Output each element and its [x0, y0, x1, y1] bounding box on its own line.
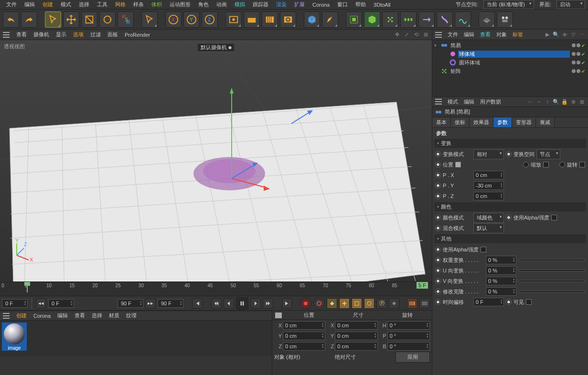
- timeline-dope-button[interactable]: [407, 298, 417, 309]
- menu-spline[interactable]: 样条: [130, 0, 147, 9]
- attr-up-icon[interactable]: ↑: [544, 98, 551, 105]
- rotation-checkbox[interactable]: [579, 162, 585, 167]
- nodespace-dropdown[interactable]: 当前 (标准/物理): [483, 0, 534, 9]
- object-tree[interactable]: ▾ 简易 ✔ 球体域 ✔ 圆环体域 ✔ 矩阵 ✔: [432, 40, 588, 96]
- enable-check-icon[interactable]: ✔: [581, 52, 585, 57]
- attr-burger-icon[interactable]: [435, 99, 442, 104]
- key-pos-button[interactable]: [339, 298, 350, 309]
- clone-radio[interactable]: [435, 289, 441, 294]
- time-radio[interactable]: [435, 299, 441, 305]
- render-pv-button[interactable]: [244, 11, 260, 28]
- object-row[interactable]: ▾ 简易 ✔: [432, 41, 588, 50]
- render-dot[interactable]: [577, 52, 580, 56]
- material-item[interactable]: image: [2, 323, 27, 351]
- menu-mesh[interactable]: 网格: [112, 0, 129, 9]
- floor-button[interactable]: [479, 11, 495, 28]
- cloner-button[interactable]: [382, 11, 398, 28]
- attr-max-icon[interactable]: ⊞: [578, 98, 585, 105]
- coord-rot-field[interactable]: 0 °▴▾: [387, 332, 430, 340]
- u-radio[interactable]: [435, 268, 441, 273]
- range-end-icon[interactable]: ▸▸: [145, 298, 156, 309]
- coord-size-field[interactable]: 0 cm▴▾: [335, 332, 377, 340]
- object-name[interactable]: 球体域: [458, 51, 570, 58]
- render-view-button[interactable]: [225, 11, 242, 28]
- coord-pos-field[interactable]: 0 cm▴▾: [283, 332, 325, 340]
- enable-check-icon[interactable]: ✔: [581, 69, 585, 74]
- viewport-burger-icon[interactable]: [3, 32, 10, 38]
- object-name[interactable]: 圆环体域: [458, 59, 570, 66]
- prev-frame-button[interactable]: [224, 298, 234, 309]
- move-tool[interactable]: [63, 11, 79, 28]
- render-dot[interactable]: [577, 43, 580, 47]
- attr-tab-deformer[interactable]: 变形器: [512, 117, 536, 127]
- perspective-viewport[interactable]: 透视视图 默认摄像机: [0, 40, 432, 281]
- alpha-checkbox[interactable]: [551, 215, 557, 220]
- mat-menu-edit[interactable]: 编辑: [57, 312, 68, 319]
- v-field[interactable]: 0 %▴▾: [486, 277, 516, 285]
- coord-rot-field[interactable]: 0 °▴▾: [387, 342, 430, 351]
- key-pla-button[interactable]: [389, 298, 399, 309]
- om-more-icon[interactable]: ⋯: [578, 31, 585, 38]
- v-radio[interactable]: [435, 278, 441, 284]
- mat-menu-texture[interactable]: 纹理: [126, 312, 137, 319]
- visibility-dot[interactable]: [572, 69, 576, 73]
- object-name[interactable]: 简易: [449, 42, 570, 49]
- field-button[interactable]: [418, 11, 435, 28]
- attr-tab-basic[interactable]: 基本: [432, 117, 451, 127]
- om-burger-icon[interactable]: [435, 32, 442, 38]
- clone-slider[interactable]: [518, 291, 585, 292]
- coord-pos-field[interactable]: 0 cm▴▾: [283, 321, 325, 330]
- menu-simulate[interactable]: 模拟: [231, 0, 248, 9]
- visible-radio[interactable]: [506, 299, 512, 305]
- coord-size-field[interactable]: 0 cm▴▾: [335, 342, 377, 351]
- menu-extensions[interactable]: 扩展: [291, 0, 308, 9]
- om-eye-icon[interactable]: 👁: [561, 31, 568, 38]
- record-button[interactable]: [300, 298, 311, 309]
- attr-lock-icon[interactable]: 🔒: [561, 98, 568, 105]
- attr-find-icon[interactable]: 🔍: [553, 98, 559, 105]
- render-dot[interactable]: [577, 69, 580, 73]
- playhead[interactable]: [27, 282, 28, 292]
- om-search-icon[interactable]: 🔍: [553, 31, 559, 38]
- section-color[interactable]: 颜色: [434, 202, 586, 211]
- om-filter-icon[interactable]: ▽: [570, 31, 577, 38]
- om-nav-icon[interactable]: ▶: [544, 31, 551, 38]
- key-rot-button[interactable]: [364, 298, 374, 309]
- coord-rot-field[interactable]: 0 °▴▾: [387, 321, 430, 330]
- goto-end-button[interactable]: [282, 298, 292, 309]
- vp-max-icon[interactable]: ⊞: [422, 31, 429, 38]
- render-settings-button[interactable]: [280, 11, 296, 28]
- psr-tool[interactable]: PSR: [118, 11, 134, 28]
- vp-menu-view[interactable]: 查看: [16, 31, 27, 38]
- coord-mode-dropdown[interactable]: 对象 (相对): [274, 354, 334, 361]
- visibility-dot[interactable]: [572, 52, 576, 56]
- coord-size-mode-dropdown[interactable]: 绝对尺寸: [335, 354, 395, 361]
- menu-character[interactable]: 角色: [195, 0, 212, 9]
- menu-3dtoall[interactable]: 3DtoAll: [370, 1, 394, 9]
- vp-orbit-icon[interactable]: ⟲: [413, 31, 419, 38]
- menu-render[interactable]: 渲染: [273, 0, 290, 9]
- menu-file[interactable]: 文件: [3, 0, 20, 9]
- key-scale-button[interactable]: [352, 298, 362, 309]
- visible-checkbox[interactable]: [526, 299, 532, 305]
- expand-icon[interactable]: ▾: [434, 43, 439, 48]
- timeline-fcurve-button[interactable]: [419, 298, 430, 309]
- vp-menu-display[interactable]: 显示: [56, 31, 66, 38]
- vp-menu-cameras[interactable]: 摄像机: [33, 31, 49, 38]
- menu-create[interactable]: 创建: [39, 0, 56, 9]
- redo-button[interactable]: [21, 11, 37, 28]
- other-alpha-radio[interactable]: [435, 247, 441, 252]
- lasso-tool[interactable]: [141, 11, 158, 28]
- axis-z-button[interactable]: Z: [202, 11, 218, 28]
- axis-x-button[interactable]: X: [165, 11, 182, 28]
- om-menu-object[interactable]: 对象: [496, 31, 507, 38]
- attr-new-icon[interactable]: ⊕: [570, 98, 577, 105]
- goto-start-button[interactable]: [192, 298, 203, 309]
- mat-burger-icon[interactable]: [3, 313, 10, 319]
- blend-mode-dropdown[interactable]: 默认: [473, 223, 504, 233]
- menu-tracker[interactable]: 跟踪器: [249, 0, 272, 9]
- mat-menu-corona[interactable]: Corona: [33, 313, 51, 319]
- blend-mode-radio[interactable]: [435, 225, 441, 231]
- menu-volume[interactable]: 体积: [148, 0, 165, 9]
- clone-field[interactable]: 0 %▴▾: [486, 287, 516, 296]
